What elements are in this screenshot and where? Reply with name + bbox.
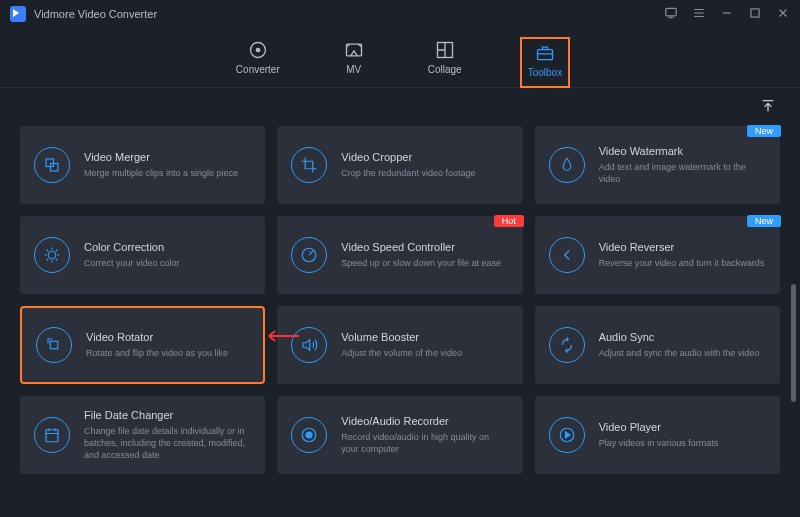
tool-video-cropper[interactable]: Video CropperCrop the redundant video fo… [277, 126, 522, 204]
recorder-icon [300, 426, 318, 444]
scrollbar-thumb[interactable] [791, 284, 796, 402]
tool-desc: Correct your video color [84, 257, 251, 269]
cropper-icon [300, 156, 318, 174]
tab-collage[interactable]: Collage [422, 36, 468, 79]
tool-video-speed-controller[interactable]: Hot Video Speed ControllerSpeed up or sl… [277, 216, 522, 294]
tool-desc: Play videos in various formats [599, 437, 766, 449]
tool-desc: Adjust the volume of the video [341, 347, 508, 359]
tab-label: Toolbox [528, 67, 562, 78]
rotator-icon [45, 336, 63, 354]
tool-desc: Speed up or slow down your file at ease [341, 257, 508, 269]
tab-label: MV [346, 64, 361, 75]
merger-icon [43, 156, 61, 174]
tool-desc: Merge multiple clips into a single piece [84, 167, 251, 179]
tool-title: Video Merger [84, 151, 251, 163]
tool-color-correction[interactable]: Color CorrectionCorrect your video color [20, 216, 265, 294]
svg-rect-8 [51, 164, 59, 172]
tool-title: File Date Changer [84, 409, 251, 421]
svg-point-14 [306, 432, 312, 438]
reverser-icon [558, 246, 576, 264]
tool-desc: Record video/audio in high quality on yo… [341, 431, 508, 455]
tool-title: Color Correction [84, 241, 251, 253]
svg-rect-12 [46, 430, 58, 442]
minimize-button[interactable] [720, 6, 734, 23]
svg-rect-1 [751, 8, 759, 16]
tool-video-watermark[interactable]: New Video WatermarkAdd text and image wa… [535, 126, 780, 204]
tool-file-date-changer[interactable]: File Date ChangerChange file date detail… [20, 396, 265, 474]
svg-point-3 [256, 48, 259, 51]
menu-icon[interactable] [692, 6, 706, 23]
tool-title: Volume Booster [341, 331, 508, 343]
tab-toolbox[interactable]: Toolbox [520, 37, 570, 88]
tool-video-merger[interactable]: Video MergerMerge multiple clips into a … [20, 126, 265, 204]
tool-title: Video Reverser [599, 241, 766, 253]
tab-label: Collage [428, 64, 462, 75]
collage-icon [435, 40, 455, 60]
tool-title: Video Player [599, 421, 766, 433]
svg-point-9 [48, 251, 56, 259]
feedback-icon[interactable] [664, 6, 678, 23]
tool-desc: Adjust and sync the audio with the video [599, 347, 766, 359]
tool-desc: Rotate and flip the video as you like [86, 347, 249, 359]
svg-rect-7 [46, 159, 54, 167]
window-controls [664, 6, 790, 23]
scroll-to-top-icon[interactable] [760, 98, 776, 114]
badge-hot: Hot [494, 215, 524, 227]
tool-volume-booster[interactable]: Volume BoosterAdjust the volume of the v… [277, 306, 522, 384]
color-icon [43, 246, 61, 264]
tool-video-audio-recorder[interactable]: Video/Audio RecorderRecord video/audio i… [277, 396, 522, 474]
tool-video-reverser[interactable]: New Video ReverserReverse your video and… [535, 216, 780, 294]
tool-desc: Change file date details individually or… [84, 425, 251, 461]
tool-title: Video Speed Controller [341, 241, 508, 253]
volume-icon [300, 336, 318, 354]
watermark-icon [558, 156, 576, 174]
tool-audio-sync[interactable]: Audio SyncAdjust and sync the audio with… [535, 306, 780, 384]
speed-icon [300, 246, 318, 264]
svg-rect-11 [50, 341, 58, 349]
converter-icon [248, 40, 268, 60]
sync-icon [558, 336, 576, 354]
filedate-icon [43, 426, 61, 444]
mv-icon [344, 40, 364, 60]
tool-desc: Reverse your video and turn it backwards [599, 257, 766, 269]
tool-desc: Crop the redundant video footage [341, 167, 508, 179]
tool-video-rotator[interactable]: Video RotatorRotate and flip the video a… [20, 306, 265, 384]
tool-grid: Video MergerMerge multiple clips into a … [20, 126, 780, 474]
tool-title: Audio Sync [599, 331, 766, 343]
toolbox-icon [535, 43, 555, 63]
tab-mv[interactable]: MV [338, 36, 370, 79]
tool-title: Video Watermark [599, 145, 766, 157]
tool-desc: Add text and image watermark to the vide… [599, 161, 766, 185]
badge-new: New [747, 125, 781, 137]
tool-video-player[interactable]: Video PlayerPlay videos in various forma… [535, 396, 780, 474]
toolbox-content: Video MergerMerge multiple clips into a … [0, 88, 800, 517]
tool-title: Video/Audio Recorder [341, 415, 508, 427]
tab-label: Converter [236, 64, 280, 75]
svg-rect-0 [666, 8, 677, 16]
close-button[interactable] [776, 6, 790, 23]
tab-converter[interactable]: Converter [230, 36, 286, 79]
tool-title: Video Rotator [86, 331, 249, 343]
maximize-button[interactable] [748, 6, 762, 23]
annotation-arrow-icon [263, 328, 299, 344]
tool-title: Video Cropper [341, 151, 508, 163]
app-title: Vidmore Video Converter [34, 8, 157, 20]
app-logo-icon [10, 6, 26, 22]
badge-new: New [747, 215, 781, 227]
svg-rect-6 [537, 50, 552, 60]
main-nav: Converter MV Collage Toolbox [0, 28, 800, 88]
player-icon [558, 426, 576, 444]
titlebar: Vidmore Video Converter [0, 0, 800, 28]
